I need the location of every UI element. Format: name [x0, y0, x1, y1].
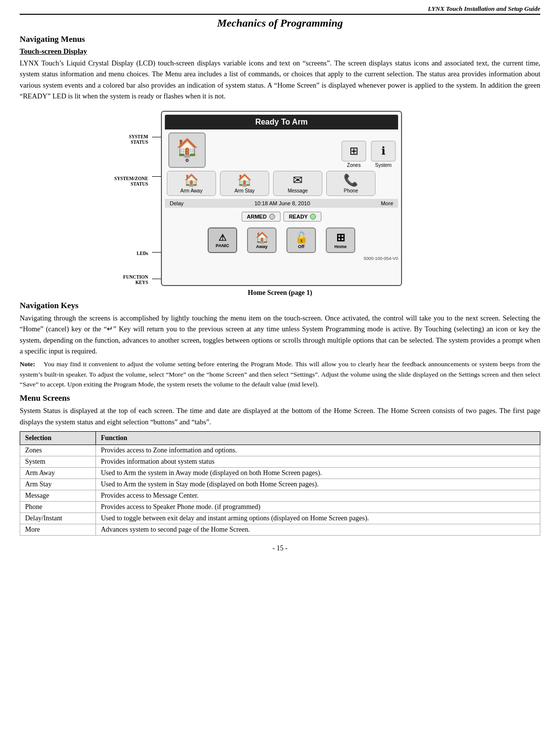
away-label-inner: Away	[256, 244, 267, 249]
label-sys-zone-text2: STATUS	[114, 182, 148, 187]
header-title: LYNX Touch Installation and Setup Guide	[428, 5, 540, 12]
panic-btn-icon[interactable]: ⚠ PANIC	[208, 227, 237, 253]
screen-led-row: ARMED READY	[165, 210, 398, 223]
screen-time-bar: Delay 10:18 AM June 8, 2010 More	[165, 199, 398, 208]
off-btn-icon[interactable]: 🔓 Off	[286, 227, 316, 253]
table-cell-selection: Delay/Instant	[20, 513, 96, 524]
subheading1: Touch-screen Display	[20, 47, 540, 56]
version-number: 5000-100-054-V0	[364, 256, 398, 261]
diagram-labels-left: SYSTEM STATUS SYSTEM/ZONE STATUS LEDs FU…	[93, 111, 152, 286]
home-btn-icon[interactable]: ⊞ Home	[326, 227, 355, 253]
table-row: Delay/InstantUsed to toggle between exit…	[20, 513, 540, 524]
table-body: ZonesProvides access to Zone information…	[20, 445, 540, 536]
home-icon-sublabel: ⚙	[185, 158, 189, 163]
off-icon: 🔓	[295, 231, 308, 244]
table-cell-selection: Arm Stay	[20, 479, 96, 490]
diagram-outer: SYSTEM STATUS SYSTEM/ZONE STATUS LEDs FU…	[93, 111, 467, 286]
arm-away-label: Arm Away	[181, 188, 203, 193]
away-icon: 🏠	[255, 231, 269, 244]
label-system-status-text2: STATUS	[129, 140, 148, 145]
arrow-spacer	[152, 177, 161, 244]
diagram-caption: Home Screen (page 1)	[248, 289, 312, 297]
home-label-inner: Home	[334, 244, 346, 249]
page-number: - 15 -	[273, 544, 287, 552]
table-row: PhoneProvides access to Speaker Phone mo…	[20, 502, 540, 513]
zones-icon-box: ⊞ Zones	[339, 141, 369, 168]
arrow4	[152, 270, 161, 279]
phone-icon: 📞	[343, 173, 358, 187]
table-row: Arm StayUsed to Arm the system in Stay m…	[20, 479, 540, 490]
body1-text: LYNX Touch’s Liquid Crystal Display (LCD…	[20, 59, 540, 100]
heading1: Navigating Menus	[20, 34, 540, 44]
selection-table: Selection Function ZonesProvides access …	[20, 431, 540, 536]
body3: System Status is displayed at the top of…	[20, 405, 540, 427]
table-cell-function: Provides information about system status	[95, 456, 540, 468]
section-title: Mechanics of Programming	[20, 17, 540, 30]
home-icon-box: 🏠 ⚙	[168, 132, 206, 168]
armed-led-circle	[269, 214, 275, 220]
diagram-wrapper: SYSTEM STATUS SYSTEM/ZONE STATUS LEDs FU…	[20, 111, 540, 297]
status-left[interactable]: Delay	[170, 200, 184, 206]
table-cell-selection: Phone	[20, 502, 96, 513]
system-icon[interactable]: ℹ	[371, 141, 396, 161]
arrow2	[152, 137, 161, 177]
body2-text: Navigating through the screens is accomp…	[20, 314, 540, 355]
label-func-keys-text2: KEYS	[123, 280, 148, 286]
label-system-status-text: SYSTEM	[129, 134, 148, 140]
section-title-text: Mechanics of Programming	[217, 17, 342, 29]
table-cell-selection: Message	[20, 490, 96, 502]
screen-main-row: 🏠 Arm Away 🏠 Arm Stay ✉ Message	[165, 171, 398, 196]
table-cell-function: Used to Arm the system in Away mode (dis…	[95, 468, 540, 479]
home-svg-icon: 🏠	[176, 137, 198, 158]
away-btn-icon[interactable]: 🏠 Away	[247, 227, 277, 253]
system-label: System	[375, 162, 391, 168]
phone-label: Phone	[344, 188, 358, 193]
subheading1-text: Touch-screen Display	[20, 47, 87, 55]
screen-status-bar: Ready To Arm	[165, 115, 398, 129]
heading-nav-keys-text: Navigation Keys	[20, 301, 78, 310]
status-right[interactable]: More	[381, 200, 393, 206]
message-btn[interactable]: ✉ Message	[273, 171, 322, 196]
arm-away-btn[interactable]: 🏠 Arm Away	[167, 171, 216, 196]
table-row: MessageProvides access to Message Center…	[20, 490, 540, 502]
arm-stay-btn[interactable]: 🏠 Arm Stay	[220, 171, 269, 196]
table-cell-function: Used to toggle between exit delay and in…	[95, 513, 540, 524]
ready-led-circle	[310, 214, 316, 220]
col-function: Function	[95, 432, 540, 445]
zones-icon[interactable]: ⊞	[342, 141, 366, 161]
system-icon-box: ℹ System	[369, 141, 398, 168]
screen-frame: Ready To Arm 🏠 ⚙ ⊞	[161, 111, 402, 286]
zones-label: Zones	[347, 162, 361, 168]
arrow3	[152, 244, 161, 253]
table-cell-function: Used to Arm the system in Stay mode (dis…	[95, 479, 540, 490]
armed-led: ARMED	[242, 212, 280, 222]
arm-away-icon: 🏠	[184, 173, 199, 187]
arrow-spacer2	[152, 253, 161, 270]
screen-status-text: Ready To Arm	[255, 118, 308, 126]
arrow-lines	[152, 111, 161, 286]
ready-led-text: READY	[289, 214, 308, 220]
body1: LYNX Touch’s Liquid Crystal Display (LCD…	[20, 58, 540, 102]
table-row: MoreAdvances system to second page of th…	[20, 524, 540, 536]
heading-menu-screens-text: Menu Screens	[20, 393, 70, 403]
body3-text: System Status is displayed at the top of…	[20, 407, 540, 425]
page-header: LYNX Touch Installation and Setup Guide	[20, 5, 540, 15]
label-leds-text: LEDs	[137, 251, 148, 256]
table-cell-function: Provides access to Zone information and …	[95, 445, 540, 456]
label-sys-zone-text1: SYSTEM/ZONE	[114, 176, 148, 182]
table-row: Arm AwayUsed to Arm the system in Away m…	[20, 468, 540, 479]
body2: Navigating through the screens is accomp…	[20, 313, 540, 357]
diagram-caption-text: Home Screen (page 1)	[248, 289, 312, 296]
arrow1	[152, 116, 161, 137]
message-icon: ✉	[293, 173, 303, 187]
away-func-btn: 🏠 Away	[244, 227, 280, 254]
note-spacer	[37, 360, 42, 368]
phone-btn[interactable]: 📞 Phone	[326, 171, 375, 196]
table-row: SystemProvides information about system …	[20, 456, 540, 468]
label-leds: LEDs	[137, 251, 148, 256]
note-label: Note:	[20, 360, 35, 368]
table-row: ZonesProvides access to Zone information…	[20, 445, 540, 456]
home-zone-icon: 🏠 ⚙	[165, 132, 209, 168]
armed-led-text: ARMED	[247, 214, 267, 220]
table-cell-selection: Zones	[20, 445, 96, 456]
